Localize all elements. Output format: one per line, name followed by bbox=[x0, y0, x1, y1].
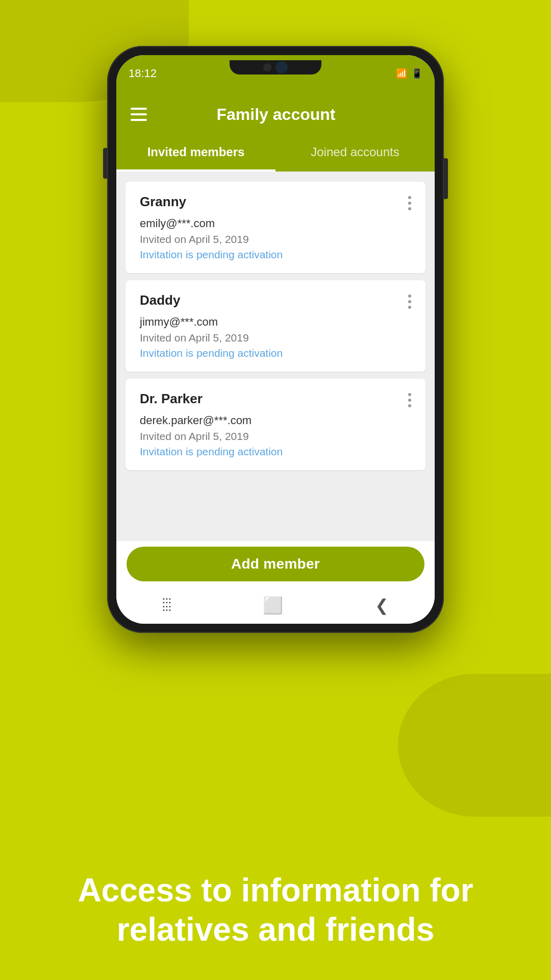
hamburger-line-1 bbox=[131, 108, 147, 110]
tab-joined-accounts[interactable]: Joined accounts bbox=[276, 137, 435, 172]
member-email-daddy: jimmy@***.com bbox=[140, 315, 413, 329]
more-options-granny[interactable] bbox=[405, 193, 414, 213]
hamburger-line-2 bbox=[131, 113, 147, 115]
member-email-parker: derek.parker@***.com bbox=[140, 414, 413, 427]
more-options-parker[interactable] bbox=[405, 390, 414, 410]
member-date-daddy: Invited on April 5, 2019 bbox=[140, 332, 413, 344]
signal-icon: 📱 bbox=[411, 68, 422, 79]
member-status-daddy: Invitation is pending activation bbox=[140, 347, 413, 359]
nav-back-icon[interactable]: ❮ bbox=[375, 596, 389, 615]
more-dot-3 bbox=[408, 207, 411, 210]
phone-outer: 18:12 📶 📱 Family account Invited membe bbox=[107, 46, 444, 633]
add-member-button[interactable]: Add member bbox=[127, 547, 424, 581]
screen-content: Granny emily@***.com Invited on April 5,… bbox=[116, 172, 435, 541]
more-dot-2 bbox=[408, 300, 411, 303]
status-icons: 📶 📱 bbox=[396, 68, 422, 79]
member-date-granny: Invited on April 5, 2019 bbox=[140, 233, 413, 246]
member-name-daddy: Daddy bbox=[140, 292, 413, 308]
more-dot-1 bbox=[408, 393, 411, 396]
bottom-headline: Access to information for relatives and … bbox=[41, 871, 510, 949]
bg-decoration-bottom bbox=[398, 674, 551, 817]
bottom-text-section: Access to information for relatives and … bbox=[0, 871, 551, 949]
add-member-wrapper: Add member bbox=[116, 541, 435, 587]
hamburger-line-3 bbox=[131, 119, 147, 121]
more-dot-2 bbox=[408, 202, 411, 205]
more-dot-3 bbox=[408, 306, 411, 309]
more-dot-2 bbox=[408, 399, 411, 402]
member-date-parker: Invited on April 5, 2019 bbox=[140, 430, 413, 443]
member-card-parker: Dr. Parker derek.parker@***.com Invited … bbox=[126, 379, 425, 470]
status-bar: 18:12 📶 📱 bbox=[116, 55, 435, 92]
front-camera bbox=[276, 61, 288, 74]
member-card-granny: Granny emily@***.com Invited on April 5,… bbox=[126, 182, 425, 273]
app-bar-title: Family account bbox=[157, 105, 395, 124]
phone-mockup: 18:12 📶 📱 Family account Invited membe bbox=[107, 46, 444, 633]
tab-invited-members[interactable]: Invited members bbox=[116, 137, 276, 172]
status-time: 18:12 bbox=[129, 67, 157, 80]
more-dot-3 bbox=[408, 404, 411, 407]
speaker bbox=[263, 63, 271, 71]
member-name-granny: Granny bbox=[140, 194, 413, 210]
nav-bar: ⦙⦙⦙ ⬜ ❮ bbox=[116, 587, 435, 624]
member-card-daddy: Daddy jimmy@***.com Invited on April 5, … bbox=[126, 280, 425, 372]
app-bar: Family account bbox=[116, 92, 435, 137]
nav-home-icon[interactable]: ⬜ bbox=[263, 596, 283, 615]
wifi-icon: 📶 bbox=[396, 68, 407, 79]
member-email-granny: emily@***.com bbox=[140, 217, 413, 230]
more-dot-1 bbox=[408, 295, 411, 298]
member-status-granny: Invitation is pending activation bbox=[140, 249, 413, 261]
tabs-bar: Invited members Joined accounts bbox=[116, 137, 435, 172]
phone-screen: 18:12 📶 📱 Family account Invited membe bbox=[116, 55, 435, 624]
more-dot-1 bbox=[408, 196, 411, 199]
member-name-parker: Dr. Parker bbox=[140, 391, 413, 407]
member-status-parker: Invitation is pending activation bbox=[140, 446, 413, 458]
more-options-daddy[interactable] bbox=[405, 291, 414, 312]
nav-recent-apps-icon[interactable]: ⦙⦙⦙ bbox=[162, 596, 171, 615]
menu-button[interactable] bbox=[131, 108, 147, 121]
camera-notch bbox=[230, 60, 321, 75]
